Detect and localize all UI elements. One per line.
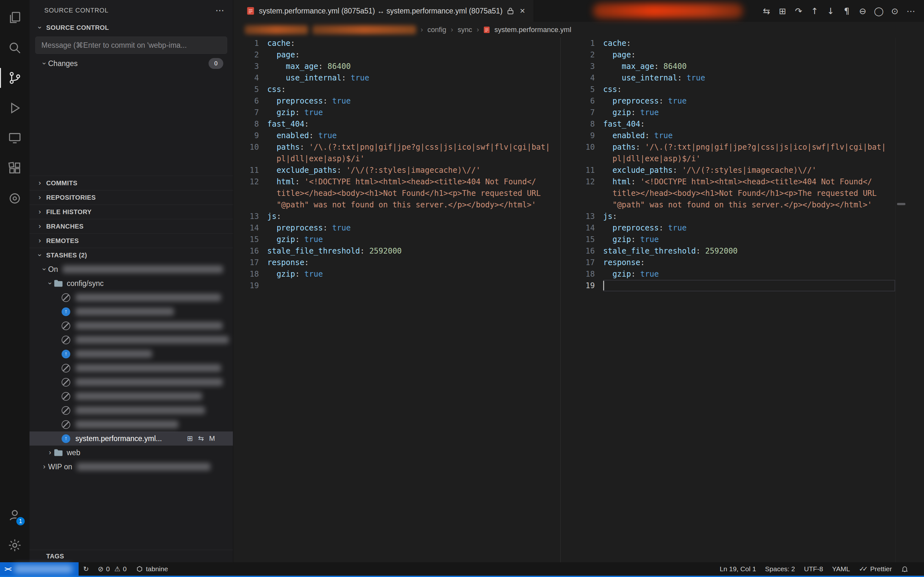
code-line[interactable]: 19 [233,280,560,292]
code-line[interactable]: 11 exclude_paths: '/\/(?:styles|imagecac… [233,164,560,176]
next-change-icon[interactable]: ↓ [823,3,838,18]
code-line[interactable]: 15 gzip: true [233,234,560,245]
stash-item-on[interactable]: › On [29,262,233,276]
code-line[interactable]: 3 max_age: 86400 [569,61,895,72]
code-line[interactable]: 15 gzip: true [569,234,895,245]
stash-file-row[interactable] [29,319,233,333]
copy-diff-icon[interactable]: ⊞ [775,3,790,18]
stash-file-row[interactable] [29,417,233,432]
code-line[interactable]: 4 use_internal: true [233,72,560,84]
code-line[interactable]: 5css: [233,84,560,95]
toggle-whitespace-icon[interactable]: ¶ [839,3,854,18]
code-line[interactable]: 9 enabled: true [569,130,895,141]
code-line[interactable]: 1cache: [569,37,895,49]
code-line[interactable]: 13js: [233,211,560,222]
code-line[interactable]: 2 page: [569,49,895,61]
remote-indicator[interactable]: >< [0,562,79,576]
indentation-status[interactable]: Spaces: 2 [761,562,800,576]
stash-file-row[interactable]: ↑ [29,347,233,361]
previous-change-icon[interactable]: ↑ [807,3,822,18]
code-line[interactable]: "@path" was not found on this server.</p… [233,199,560,211]
code-line[interactable]: 7 gzip: true [233,107,560,118]
stash-file-row[interactable] [29,403,233,417]
code-line[interactable]: 17response: [233,257,560,268]
code-line[interactable]: title></head><body><h1>Not Found</h1><p>… [233,187,560,199]
more-actions-icon[interactable]: ⋯ [903,3,918,18]
stash-file-row[interactable] [29,333,233,347]
stash-item-wip[interactable]: › WIP on [29,460,233,474]
section-stashes[interactable]: › STASHES (2) [29,248,233,262]
section-remotes[interactable]: ›REMOTES [29,234,233,248]
breadcrumb-item-file[interactable]: system.performance.yml [494,26,572,34]
code-line[interactable]: 2 page: [233,49,560,61]
code-line[interactable]: 16stale_file_threshold: 2592000 [233,245,560,257]
stash-file-row-selected[interactable]: ↑ system.performance.yml... ⊞ ⇆ M [29,432,233,446]
section-file-history[interactable]: ›FILE HISTORY [29,205,233,219]
code-line[interactable]: 4 use_internal: true [569,72,895,84]
gitlens-icon[interactable] [0,183,29,213]
breadcrumb-item-sync[interactable]: sync [457,26,472,34]
code-line[interactable]: 5css: [569,84,895,95]
code-line[interactable]: 18 gzip: true [233,268,560,280]
code-line[interactable]: pl|dll|exe|asp)$/i' [233,153,560,164]
stash-file-row[interactable] [29,389,233,403]
formatter-status[interactable]: ✓✓ Prettier [855,562,897,576]
sidebar-more-actions-icon[interactable]: ⋯ [215,5,225,16]
stash-file-row[interactable] [29,290,233,305]
changes-row[interactable]: › Changes 0 [29,56,233,71]
code-line[interactable]: 10 paths: '/\.(?:txt|png|gif|jpe?g|css|j… [233,141,560,153]
accounts-icon[interactable]: 1 [0,500,29,530]
code-line[interactable]: 12 html: '<!DOCTYPE html><html><head><ti… [569,176,895,187]
section-source-control[interactable]: › SOURCE CONTROL [29,21,233,35]
section-tags[interactable]: › TAGS [29,550,233,562]
commit-message-input[interactable] [35,37,227,54]
stash-file-row[interactable] [29,361,233,375]
close-icon[interactable]: × [520,6,525,15]
code-line[interactable]: 14 preprocess: true [233,222,560,234]
diff-option-c-icon[interactable]: ⊙ [887,3,902,18]
stash-folder-web[interactable]: › web [29,446,233,460]
code-line[interactable]: 19 [569,280,895,292]
sync-status[interactable]: ↻ [79,562,94,576]
section-repositories[interactable]: ›REPOSITORIES [29,190,233,205]
remote-explorer-icon[interactable] [0,123,29,153]
code-line[interactable]: title></head><body><h1>Not Found</h1><p>… [569,187,895,199]
diff-modified-pane[interactable]: 1cache:2 page:3 max_age: 864004 use_inte… [561,37,924,562]
stash-file-row[interactable]: ↑ [29,305,233,319]
diff-editor-tab[interactable]: system.performance.yml (8075a51) ↔ syste… [233,0,534,22]
language-mode-status[interactable]: YAML [827,562,855,576]
code-line[interactable]: 18 gzip: true [569,268,895,280]
overview-ruler[interactable] [895,37,924,562]
code-line[interactable]: 8fast_404: [569,118,895,130]
encoding-status[interactable]: UTF-8 [800,562,828,576]
explorer-icon[interactable] [0,3,29,33]
code-line[interactable]: 13js: [569,211,895,222]
code-line[interactable]: "@path" was not found on this server.</p… [569,199,895,211]
code-line[interactable]: 6 preprocess: true [569,95,895,107]
code-line[interactable]: 1cache: [233,37,560,49]
open-file-icon[interactable]: ⊞ [187,434,193,443]
extensions-icon[interactable] [0,153,29,183]
open-changes-icon[interactable]: ↷ [791,3,806,18]
stash-file-row[interactable] [29,375,233,389]
code-line[interactable]: 6 preprocess: true [233,95,560,107]
code-line[interactable]: 3 max_age: 86400 [233,61,560,72]
breadcrumb-item-config[interactable]: config [427,26,446,34]
swap-diff-sides-icon[interactable]: ⇆ [759,3,774,18]
code-line[interactable]: 17response: [569,257,895,268]
run-and-debug-icon[interactable] [0,93,29,123]
code-line[interactable]: pl|dll|exe|asp)$/i' [569,153,895,164]
code-line[interactable]: 10 paths: '/\.(?:txt|png|gif|jpe?g|css|j… [569,141,895,153]
diff-option-b-icon[interactable]: ◯ [871,3,886,18]
tabnine-status[interactable]: tabnine [131,562,173,576]
problems-status[interactable]: ⊘ 0 ⚠ 0 [94,562,131,576]
source-control-icon[interactable] [0,63,29,93]
compare-icon[interactable]: ⇆ [198,434,204,443]
search-icon[interactable] [0,33,29,63]
code-line[interactable]: 11 exclude_paths: '/\/(?:styles|imagecac… [569,164,895,176]
code-line[interactable]: 8fast_404: [233,118,560,130]
diff-option-a-icon[interactable]: ⊖ [855,3,870,18]
code-line[interactable]: 9 enabled: true [233,130,560,141]
diff-original-pane[interactable]: 1cache:2 page:3 max_age: 864004 use_inte… [233,37,560,562]
code-line[interactable]: 7 gzip: true [569,107,895,118]
